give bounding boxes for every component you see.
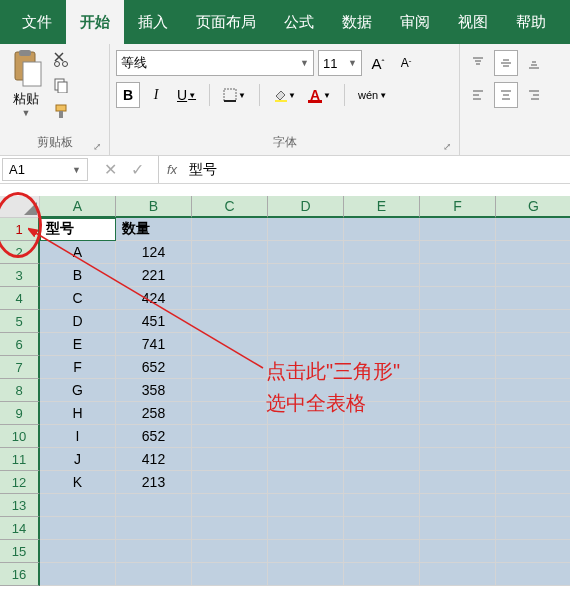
cell[interactable] — [344, 310, 420, 333]
cell[interactable] — [40, 563, 116, 586]
cell[interactable] — [268, 517, 344, 540]
cell[interactable] — [496, 310, 570, 333]
cell[interactable] — [116, 494, 192, 517]
cell[interactable] — [420, 333, 496, 356]
cell[interactable] — [496, 494, 570, 517]
phonetic-button[interactable]: wén▼ — [353, 82, 392, 108]
cell[interactable] — [420, 494, 496, 517]
row-header[interactable]: 5 — [0, 310, 40, 333]
col-header[interactable]: C — [192, 196, 268, 218]
cell[interactable] — [420, 264, 496, 287]
row-header[interactable]: 2 — [0, 241, 40, 264]
name-box[interactable]: A1▼ — [2, 158, 88, 181]
cell[interactable]: 221 — [116, 264, 192, 287]
cell[interactable] — [268, 425, 344, 448]
cell[interactable] — [192, 448, 268, 471]
cell[interactable] — [192, 402, 268, 425]
cell[interactable] — [344, 563, 420, 586]
tab-3[interactable]: 页面布局 — [182, 0, 270, 44]
cell[interactable] — [268, 402, 344, 425]
row-header[interactable]: 14 — [0, 517, 40, 540]
tab-2[interactable]: 插入 — [124, 0, 182, 44]
row-header[interactable]: 4 — [0, 287, 40, 310]
underline-button[interactable]: U▼ — [172, 82, 201, 108]
font-name-select[interactable]: 等线▼ — [116, 50, 314, 76]
cell[interactable]: B — [40, 264, 116, 287]
fill-color-button[interactable]: ▼ — [268, 82, 301, 108]
tab-0[interactable]: 文件 — [8, 0, 66, 44]
cell[interactable] — [116, 563, 192, 586]
cell[interactable] — [192, 563, 268, 586]
cell[interactable] — [420, 379, 496, 402]
cell[interactable] — [496, 333, 570, 356]
bold-button[interactable]: B — [116, 82, 140, 108]
font-expand-icon[interactable]: ⤢ — [443, 141, 455, 153]
cell[interactable] — [420, 448, 496, 471]
paste-icon[interactable] — [7, 48, 45, 90]
cell[interactable] — [420, 517, 496, 540]
cell[interactable]: E — [40, 333, 116, 356]
cell[interactable]: K — [40, 471, 116, 494]
align-right-icon[interactable] — [522, 82, 546, 108]
cell[interactable] — [268, 287, 344, 310]
row-header[interactable]: 15 — [0, 540, 40, 563]
cell[interactable] — [344, 356, 420, 379]
cut-icon[interactable] — [52, 50, 70, 68]
cell[interactable] — [268, 218, 344, 241]
cell[interactable]: J — [40, 448, 116, 471]
clipboard-expand-icon[interactable]: ⤢ — [93, 141, 105, 153]
paste-label[interactable]: 粘贴 — [13, 90, 39, 108]
cell[interactable] — [496, 448, 570, 471]
cell[interactable] — [40, 517, 116, 540]
tab-4[interactable]: 公式 — [270, 0, 328, 44]
cell[interactable] — [344, 379, 420, 402]
cell[interactable] — [496, 402, 570, 425]
cell[interactable] — [268, 563, 344, 586]
cell[interactable] — [116, 540, 192, 563]
format-painter-icon[interactable] — [52, 102, 70, 120]
cell[interactable]: F — [40, 356, 116, 379]
col-header[interactable]: B — [116, 196, 192, 218]
align-bottom-icon[interactable] — [522, 50, 546, 76]
cell[interactable]: 型号 — [40, 218, 116, 241]
row-header[interactable]: 6 — [0, 333, 40, 356]
enter-icon[interactable]: ✓ — [131, 160, 144, 179]
cell[interactable] — [420, 402, 496, 425]
align-center-icon[interactable] — [494, 82, 518, 108]
cell[interactable]: 124 — [116, 241, 192, 264]
font-size-select[interactable]: 11▼ — [318, 50, 362, 76]
cell[interactable]: C — [40, 287, 116, 310]
cell[interactable] — [192, 264, 268, 287]
cell[interactable] — [192, 356, 268, 379]
cell[interactable] — [116, 517, 192, 540]
row-header[interactable]: 13 — [0, 494, 40, 517]
align-left-icon[interactable] — [466, 82, 490, 108]
cell[interactable] — [496, 517, 570, 540]
col-header[interactable]: E — [344, 196, 420, 218]
cell[interactable] — [420, 241, 496, 264]
fx-icon[interactable]: fx — [159, 156, 185, 183]
cell[interactable] — [40, 540, 116, 563]
cell[interactable] — [420, 310, 496, 333]
cell[interactable] — [192, 241, 268, 264]
cell[interactable] — [268, 448, 344, 471]
col-header[interactable]: F — [420, 196, 496, 218]
cell[interactable] — [268, 540, 344, 563]
font-color-button[interactable]: A▼ — [305, 82, 336, 108]
formula-input[interactable]: 型号 — [185, 156, 570, 183]
col-header[interactable]: G — [496, 196, 570, 218]
cell[interactable] — [268, 471, 344, 494]
cell[interactable] — [420, 287, 496, 310]
cell[interactable] — [268, 356, 344, 379]
copy-icon[interactable] — [52, 76, 70, 94]
cell[interactable] — [420, 563, 496, 586]
cell[interactable]: G — [40, 379, 116, 402]
cell[interactable] — [496, 425, 570, 448]
cell[interactable] — [192, 333, 268, 356]
row-header[interactable]: 11 — [0, 448, 40, 471]
increase-font-icon[interactable]: Aˆ — [366, 50, 390, 76]
cell[interactable] — [344, 287, 420, 310]
cell[interactable] — [420, 218, 496, 241]
cell[interactable]: 412 — [116, 448, 192, 471]
cell[interactable]: A — [40, 241, 116, 264]
